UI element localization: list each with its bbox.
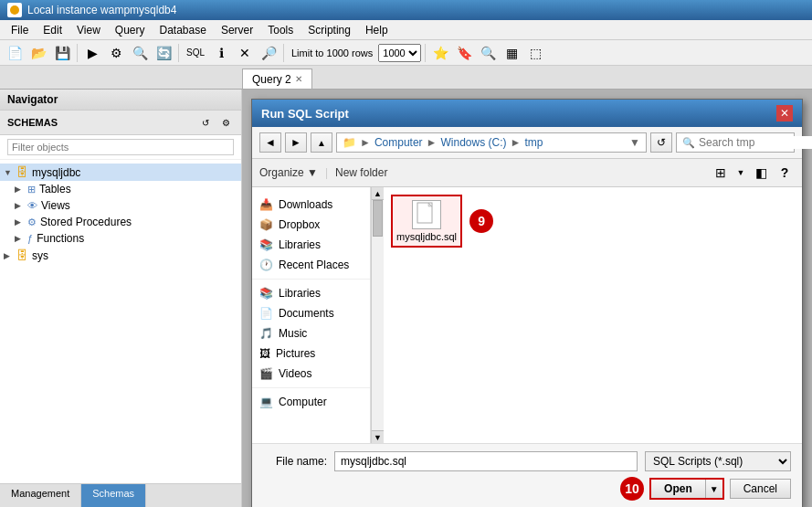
path-dropdown-icon[interactable]: ▼ — [629, 136, 640, 149]
filename-row: File name: SQL Scripts (*.sql) — [263, 451, 791, 471]
left-item-pictures[interactable]: 🖼 Pictures — [252, 343, 370, 364]
main-layout: Navigator SCHEMAS ↺ ⚙ ▼ 🗄 mysqljdbc ▶ ⊞ … — [0, 90, 812, 507]
buttons-row: 10 Open ▼ Cancel — [263, 477, 791, 501]
left-item-computer[interactable]: 💻 Computer — [252, 392, 370, 412]
left-item-music[interactable]: 🎵 Music — [252, 323, 370, 343]
organize-button[interactable]: Organize ▼ — [259, 166, 318, 179]
left-item-documents[interactable]: 📄 Documents — [252, 303, 370, 323]
search-input[interactable] — [699, 136, 812, 149]
downloads-label: Downloads — [279, 198, 332, 211]
open-button[interactable]: Open — [651, 480, 705, 498]
forward-button[interactable]: ► — [285, 132, 307, 153]
address-path: 📁 ► Computer ► Windows (C:) ► tmp ▼ — [336, 132, 647, 153]
filename-input[interactable] — [334, 451, 638, 471]
path-sep-1: ► — [427, 136, 438, 149]
tree-item-sys[interactable]: ▶ 🗄 sys — [0, 247, 241, 264]
left-scrollbar[interactable]: ▲ ▼ — [371, 187, 384, 443]
cancel-button[interactable]: Cancel — [730, 479, 791, 499]
dialog-close-button[interactable]: ✕ — [776, 105, 793, 121]
toolbar-stop-btn[interactable]: ⚙ — [105, 42, 127, 64]
left-item-downloads[interactable]: 📥 Downloads — [252, 195, 370, 215]
left-item-dropbox[interactable]: 📦 Dropbox — [252, 215, 370, 235]
tree-item-functions[interactable]: ▶ ƒ Functions — [0, 230, 241, 247]
path-windows[interactable]: Windows (C:) — [440, 136, 506, 149]
back-button[interactable]: ◄ — [259, 132, 281, 153]
db-icon-sys: 🗄 — [16, 248, 28, 262]
tree-item-mysqljdbc[interactable]: ▼ 🗄 mysqljdbc — [0, 164, 241, 181]
scroll-down-btn[interactable]: ▼ — [372, 430, 384, 443]
menu-server[interactable]: Server — [214, 22, 260, 38]
up-button[interactable]: ▲ — [311, 132, 332, 153]
toolbar-open-btn[interactable]: 📂 — [27, 42, 49, 64]
schemas-tab-label: Schemas — [92, 488, 134, 499]
menu-database[interactable]: Database — [153, 22, 214, 38]
toolbar-info-btn[interactable]: ℹ — [210, 42, 232, 64]
file-item-mysqljdbc[interactable]: mysqljdbc.sql — [391, 195, 462, 248]
toolbar-new-btn[interactable]: 📄 — [4, 42, 26, 64]
query-area: Run SQL Script ✕ ◄ ► ▲ 📁 ► Computer ► Wi… — [242, 90, 812, 507]
scrollbar-thumb[interactable] — [373, 200, 383, 237]
toolbar-reconnect-btn[interactable]: 🔄 — [153, 42, 174, 64]
left-item-libraries-2[interactable]: 📚 Libraries — [252, 283, 370, 303]
menu-tools[interactable]: Tools — [260, 22, 301, 38]
toolbar: 📄 📂 💾 ▶ ⚙ 🔍 🔄 SQL ℹ ✕ 🔎 Limit to 1000 ro… — [0, 40, 812, 66]
schemas-header: SCHEMAS ↺ ⚙ — [0, 111, 241, 135]
toolbar-inspect-btn[interactable]: 🔎 — [258, 42, 279, 64]
path-computer[interactable]: Computer — [374, 136, 423, 149]
tab-close-icon[interactable]: ✕ — [295, 74, 302, 84]
file-name-label: mysqljdbc.sql — [396, 231, 457, 242]
new-folder-button[interactable]: New folder — [335, 166, 387, 179]
query-tab[interactable]: Query 2 ✕ — [242, 69, 312, 89]
navigator-panel: Navigator SCHEMAS ↺ ⚙ ▼ 🗄 mysqljdbc ▶ ⊞ … — [0, 90, 242, 507]
tree-label-sys: sys — [32, 249, 48, 262]
videos-icon: 🎬 — [259, 367, 273, 380]
toolbar-run-btn[interactable]: ▶ — [81, 42, 103, 64]
toolbar-sql-btn[interactable]: SQL — [183, 42, 208, 64]
left-item-recent[interactable]: 🕐 Recent Places — [252, 255, 370, 275]
menu-file[interactable]: File — [4, 22, 36, 38]
toolbar-columns-btn[interactable]: ▦ — [501, 42, 522, 64]
toolbar-refresh-btn[interactable]: 🔍 — [129, 42, 151, 64]
management-tab[interactable]: Management — [0, 484, 81, 507]
tree-item-tables[interactable]: ▶ ⊞ Tables — [0, 181, 241, 197]
bottom-tabs: Management Schemas — [0, 483, 241, 507]
help-btn[interactable]: ? — [775, 163, 795, 183]
expand-icon-functions: ▶ — [15, 234, 24, 243]
menu-help[interactable]: Help — [358, 22, 395, 38]
preview-btn[interactable]: ◧ — [751, 163, 771, 183]
refresh-path-btn[interactable]: ↺ — [650, 132, 672, 153]
left-item-videos[interactable]: 🎬 Videos — [252, 364, 370, 384]
path-tmp[interactable]: tmp — [524, 136, 543, 149]
open-dropdown-btn[interactable]: ▼ — [705, 480, 722, 498]
left-item-libraries-1[interactable]: 📚 Libraries — [252, 235, 370, 255]
videos-label: Videos — [279, 367, 311, 380]
path-arrow: 📁 — [343, 136, 356, 149]
toolbar-cancel-query-btn[interactable]: ✕ — [234, 42, 256, 64]
navigator-header: Navigator — [0, 90, 241, 111]
schemas-config-btn[interactable]: ⚙ — [217, 114, 234, 131]
toolbar-export-btn[interactable]: ⬚ — [524, 42, 546, 64]
app-icon — [7, 3, 22, 17]
menu-query[interactable]: Query — [108, 22, 153, 38]
tab-bar: Query 2 ✕ — [0, 66, 812, 90]
toolbar-search-btn[interactable]: 🔍 — [477, 42, 499, 64]
filter-input[interactable] — [7, 139, 234, 155]
schemas-reload-btn[interactable]: ↺ — [197, 114, 214, 131]
filetype-select[interactable]: SQL Scripts (*.sql) — [645, 451, 791, 471]
scroll-up-btn[interactable]: ▲ — [372, 187, 384, 200]
menu-edit[interactable]: Edit — [36, 22, 69, 38]
toolbar-save-btn[interactable]: 💾 — [51, 42, 73, 64]
menu-view[interactable]: View — [69, 22, 108, 38]
tree-item-stored-procedures[interactable]: ▶ ⚙ Stored Procedures — [0, 214, 241, 230]
computer-label: Computer — [279, 396, 327, 408]
music-label: Music — [279, 327, 307, 340]
menu-scripting[interactable]: Scripting — [301, 22, 358, 38]
schemas-tab[interactable]: Schemas — [81, 484, 146, 507]
tree-item-views[interactable]: ▶ 👁 Views — [0, 197, 241, 214]
toolbar-star-btn[interactable]: ⭐ — [429, 42, 451, 64]
toolbar-bookmark-btn[interactable]: 🔖 — [453, 42, 475, 64]
limit-select[interactable]: 1000 — [378, 44, 421, 62]
view-icon-btn[interactable]: ⊞ — [711, 163, 731, 183]
view-dropdown-btn[interactable]: ▼ — [734, 163, 747, 183]
menu-bar: File Edit View Query Database Server Too… — [0, 20, 812, 40]
